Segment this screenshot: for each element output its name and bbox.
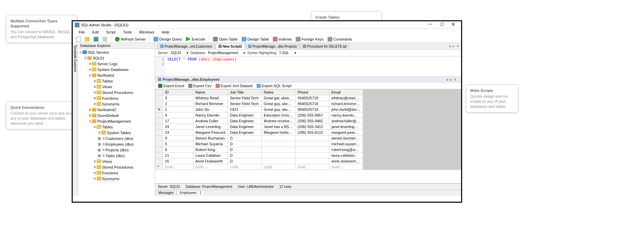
tree-pm-views[interactable]: ⊞Views xyxy=(79,158,154,164)
design-table-button[interactable]: Design Table xyxy=(240,36,270,42)
tree-table-tasks[interactable]: ⊞Tasks (dbo) xyxy=(79,153,154,158)
cell-name[interactable]: Laura Callahan xyxy=(193,153,228,158)
cell-name[interactable]: Anne Dodsworth xyxy=(193,158,228,164)
cell-email[interactable]: robert.king@simeg... xyxy=(329,147,363,153)
execute-button[interactable]: Execute xyxy=(185,36,207,42)
row-selector[interactable] xyxy=(156,141,163,147)
cell-phone[interactable]: (206) 555-3412 xyxy=(295,124,329,130)
col-id[interactable]: ID xyxy=(163,90,193,95)
refresh-server-button[interactable]: Refresh Server xyxy=(114,36,147,42)
cell-id[interactable]: 23 xyxy=(163,130,193,135)
cell-email[interactable]: andrew.fuller@sim... xyxy=(329,118,363,124)
cell-phone[interactable] xyxy=(295,153,329,158)
tree-northwind2[interactable]: ⊞Northwind2 xyxy=(79,107,154,112)
tree-pm-synonyms[interactable]: ⊞Synonyms xyxy=(79,176,154,181)
export-excel-button[interactable]: Export Excel xyxy=(157,83,185,88)
cell-email[interactable]: john.dorbi@dorbi.c... xyxy=(329,107,363,112)
indexes-button[interactable]: Indexes xyxy=(271,36,293,42)
cell-phone[interactable]: (206) 555-9857 xyxy=(295,112,329,118)
cell[interactable]: (null) xyxy=(228,164,262,170)
tree-system-tables[interactable]: ⊞System Tables xyxy=(79,130,154,135)
menu-edit[interactable]: Edit xyxy=(89,29,102,35)
col-job[interactable]: Job Title xyxy=(228,90,262,95)
tab-employees-result[interactable]: Employees - 1 xyxy=(177,190,205,195)
table-row[interactable]: 4Nancy DavolioData EngineerEducation inc… xyxy=(156,112,461,118)
tree-pm-sprocs[interactable]: ⊞Stored Procedures xyxy=(79,164,154,170)
cell-name[interactable]: Margaret Peacock xyxy=(193,130,228,135)
cell-notes[interactable] xyxy=(262,141,295,147)
tree-ouvvidefault[interactable]: ⊞OuvviDefault xyxy=(79,112,154,118)
cell-notes[interactable]: Andrew received hi... xyxy=(262,118,295,124)
cell-job[interactable]: D xyxy=(228,141,262,147)
cell-notes[interactable]: Janet has a BS degr... xyxy=(262,124,295,130)
tree-projectmanagement[interactable]: ⊟ProjectManagement xyxy=(79,118,154,124)
cell-notes[interactable]: Great guy, always g... xyxy=(262,107,295,112)
cell-email[interactable]: margaret.peacock... xyxy=(329,130,363,135)
cell-job[interactable]: Senior Field Tech xyxy=(228,101,262,107)
tree-northwind[interactable]: ⊟Northwind xyxy=(79,72,154,78)
cell-phone[interactable]: (206) 555-9482 xyxy=(295,118,329,124)
cell-notes[interactable]: Margaret holds a B... xyxy=(262,130,295,135)
table-row[interactable]: 8Robert KingDrobert.king@simeg... xyxy=(156,147,461,153)
result-prev[interactable]: ◂ xyxy=(446,78,449,81)
cell-notes[interactable]: Great guy, always g... xyxy=(262,101,295,107)
cell-phone[interactable]: 9545525718 xyxy=(295,107,329,112)
tab-messages[interactable]: Messages xyxy=(155,190,177,195)
export-sql-button[interactable]: Export SQL Script xyxy=(256,83,292,88)
cell-email[interactable]: anne.dodsworth@s... xyxy=(329,158,363,164)
tree-root[interactable]: ⊟SQL Servers xyxy=(79,49,154,55)
cell-id[interactable]: 3 xyxy=(163,95,193,101)
tree-server-logs[interactable]: ⊞Server Logs xyxy=(79,61,154,67)
cell-name[interactable]: Richard Brimmer xyxy=(193,101,228,107)
col-name[interactable]: Name xyxy=(193,90,228,95)
cell[interactable]: (null) xyxy=(193,164,228,170)
cell-job[interactable]: Data Engineer xyxy=(228,130,262,135)
cell-job[interactable]: Data Engineer xyxy=(228,124,262,130)
cell-id[interactable]: 9 xyxy=(163,135,193,141)
menu-file[interactable]: File xyxy=(75,29,88,35)
tab-prev[interactable]: ◂ xyxy=(448,44,451,48)
tree-functions[interactable]: ⊞Functions xyxy=(79,95,154,101)
minimize-button[interactable]: — xyxy=(425,22,436,28)
sql-editor[interactable]: 12 SELECT * FROM [dbo].[Employees] xyxy=(155,56,461,77)
row-selector[interactable] xyxy=(156,153,163,158)
menu-script[interactable]: Script xyxy=(103,29,119,35)
cell-name[interactable]: Janet Leverling xyxy=(193,124,228,130)
db-value[interactable]: ProjectManagement xyxy=(208,51,238,55)
cell-id[interactable]: 5 xyxy=(163,141,193,147)
row-selector[interactable] xyxy=(156,147,163,153)
cell-name[interactable]: Andrew Fuller xyxy=(193,118,228,124)
cell-id[interactable]: 1 xyxy=(163,107,193,112)
table-row[interactable]: 17Andrew FullerData EngineerAndrew recei… xyxy=(156,118,461,124)
cell-notes[interactable]: Great gal, always g... xyxy=(262,95,295,101)
cell-notes[interactable] xyxy=(262,153,295,158)
result-next[interactable]: ▸ xyxy=(449,78,452,81)
cell-name[interactable]: Nancy Davolio xyxy=(193,112,228,118)
cell-notes[interactable] xyxy=(262,158,295,164)
export-csv-button[interactable]: Export Csv xyxy=(187,83,213,88)
row-selector[interactable] xyxy=(156,158,163,164)
row-selector[interactable] xyxy=(156,112,163,118)
template-explorer-tab[interactable]: Template Explorer xyxy=(73,43,78,196)
cell-phone[interactable] xyxy=(295,141,329,147)
tab-next[interactable]: ▸ xyxy=(452,44,455,48)
cell-email[interactable]: steven.buchanan@... xyxy=(329,135,363,141)
cell-job[interactable]: Senior Field Tech xyxy=(228,95,262,101)
cell-name[interactable]: Whitney Read xyxy=(193,95,228,101)
tree-table-customers[interactable]: ⊞Customers (dbo) xyxy=(79,135,154,141)
open-button[interactable] xyxy=(84,36,91,42)
cell-email[interactable]: whitney@reado.com xyxy=(329,95,363,101)
cell-job[interactable]: CEO xyxy=(228,107,262,112)
cell-phone[interactable] xyxy=(295,147,329,153)
table-row[interactable]: 24Janet LeverlingData EngineerJanet has … xyxy=(156,124,461,130)
cell-email[interactable]: janet.leverling@si... xyxy=(329,124,363,130)
cell-id[interactable]: 4 xyxy=(163,112,193,118)
menu-tools[interactable]: Tools xyxy=(120,29,135,35)
cell-name[interactable]: Michael Suyama xyxy=(193,141,228,147)
cell-job[interactable]: Data Engineer xyxy=(228,118,262,124)
cell[interactable]: (null) xyxy=(163,164,193,170)
tree-table-employees[interactable]: ⊞Employees (dbo) xyxy=(79,141,154,147)
cell-id[interactable]: 24 xyxy=(163,124,193,130)
tree-pm-tables[interactable]: ⊟Tables xyxy=(79,124,154,130)
syntax-value[interactable]: T-SQL xyxy=(279,51,289,55)
